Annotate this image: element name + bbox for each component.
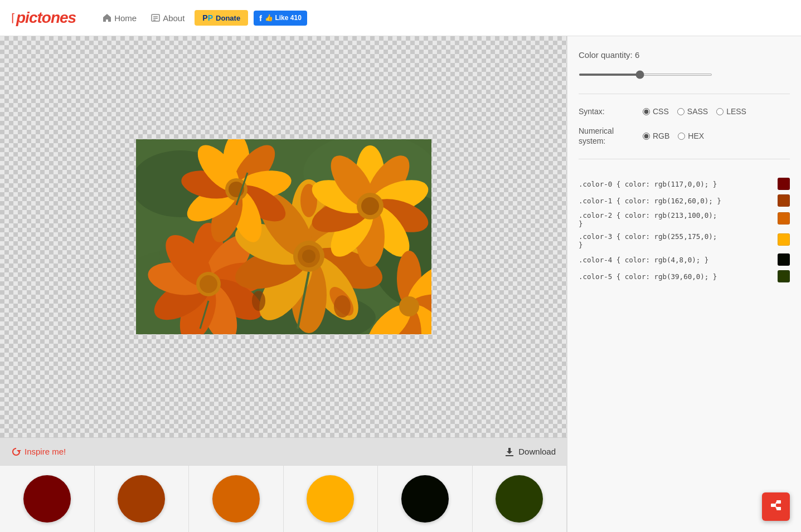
paypal-icon: PP — [202, 13, 213, 22]
nav-about[interactable]: About — [147, 11, 189, 26]
share-icon — [770, 499, 782, 511]
svg-point-59 — [361, 197, 379, 215]
share-button[interactable] — [762, 492, 790, 521]
download-icon — [504, 446, 515, 457]
svg-point-66 — [399, 296, 419, 316]
canvas-area: Inspire me! Download — [0, 36, 567, 532]
divider-1 — [579, 94, 790, 94]
color-code-1: .color-1 { color: rgb(162,60,0); } — [579, 197, 772, 205]
swatch-circle-0 — [23, 475, 71, 523]
color-swatch-0 — [778, 178, 790, 190]
color-swatch-4 — [778, 253, 790, 266]
logo-text: pictones — [16, 9, 76, 27]
facebook-icon: f — [259, 13, 262, 23]
swatch-circle-4 — [401, 475, 449, 523]
syntax-css-option[interactable]: CSS — [643, 107, 669, 116]
syntax-radio-group: CSS SASS LESS — [643, 107, 746, 116]
nav-home[interactable]: Home — [98, 11, 141, 26]
right-panel: Color quantity: 6 Syntax: CSS SASS — [567, 36, 801, 532]
color-entries: .color-0 { color: rgb(117,0,0); } .color… — [579, 178, 790, 282]
swatch-item-4[interactable] — [378, 466, 473, 532]
slider-container — [579, 65, 790, 81]
syntax-less-option[interactable]: LESS — [716, 107, 746, 116]
header: ⌈ pictones Home About PP Donate f — [0, 0, 801, 36]
flower-image — [136, 139, 431, 334]
numerical-section: Numericalsystem: RGB HEX — [579, 126, 790, 146]
swatch-circle-5 — [496, 475, 543, 523]
main-layout: Inspire me! Download — [0, 36, 801, 532]
swatch-item-5[interactable] — [473, 466, 567, 532]
color-swatch-1 — [778, 194, 790, 207]
color-code-0: .color-0 { color: rgb(117,0,0); } — [579, 180, 772, 188]
color-quantity-label: Color quantity: 6 — [579, 50, 790, 60]
refresh-icon — [11, 447, 21, 457]
svg-point-68 — [252, 291, 265, 311]
svg-rect-72 — [506, 455, 513, 456]
color-swatch-5 — [778, 270, 790, 282]
color-entry-0[interactable]: .color-0 { color: rgb(117,0,0); } — [579, 178, 790, 190]
syntax-section: Syntax: CSS SASS LESS — [579, 107, 790, 116]
swatch-item-1[interactable] — [95, 466, 190, 532]
color-entry-5[interactable]: .color-5 { color: rgb(39,60,0); } — [579, 270, 790, 282]
color-quantity-slider[interactable] — [579, 74, 712, 76]
svg-line-77 — [775, 505, 776, 509]
syntax-css-radio[interactable] — [643, 108, 650, 115]
color-swatch-3 — [778, 233, 790, 246]
color-entry-1[interactable]: .color-1 { color: rgb(162,60,0); } — [579, 194, 790, 207]
inspire-button[interactable]: Inspire me! — [11, 447, 66, 457]
color-entry-3[interactable]: .color-3 { color: rgb(255,175,0);} — [579, 232, 790, 249]
logo: ⌈ pictones — [11, 9, 76, 27]
syntax-sass-radio[interactable] — [677, 108, 685, 115]
home-icon — [103, 13, 111, 22]
svg-rect-74 — [776, 500, 781, 504]
color-entry-2[interactable]: .color-2 { color: rgb(213,100,0);} — [579, 211, 790, 228]
swatch-item-0[interactable] — [0, 466, 95, 532]
syntax-sass-option[interactable]: SASS — [677, 107, 708, 116]
swatches-strip — [0, 465, 567, 532]
about-icon — [151, 13, 160, 22]
color-entry-4[interactable]: .color-4 { color: rgb(4,8,0); } — [579, 253, 790, 266]
numerical-rgb-option[interactable]: RGB — [643, 131, 669, 140]
swatch-circle-2 — [212, 475, 260, 523]
paypal-donate-button[interactable]: PP Donate — [195, 10, 248, 26]
swatch-circle-1 — [118, 475, 165, 523]
divider-2 — [579, 159, 790, 159]
svg-rect-73 — [771, 504, 775, 507]
color-code-5: .color-5 { color: rgb(39,60,0); } — [579, 272, 772, 281]
logo-bracket-left: ⌈ — [11, 11, 15, 25]
swatch-circle-3 — [307, 475, 354, 523]
download-button[interactable]: Download — [504, 446, 556, 457]
bottom-toolbar: Inspire me! Download — [0, 437, 567, 465]
color-code-3: .color-3 { color: rgb(255,175,0);} — [579, 232, 772, 249]
syntax-less-radio[interactable] — [716, 108, 724, 115]
color-swatch-2 — [778, 212, 790, 224]
facebook-like-button[interactable]: f 👍 Like 410 — [254, 11, 307, 26]
swatch-item-2[interactable] — [189, 466, 284, 532]
swatch-item-3[interactable] — [284, 466, 378, 532]
color-code-4: .color-4 { color: rgb(4,8,0); } — [579, 256, 772, 264]
numerical-radio-group: RGB HEX — [643, 131, 704, 140]
numerical-label: Numericalsystem: — [579, 126, 634, 146]
svg-line-76 — [775, 502, 776, 505]
nav: Home About PP Donate f 👍 Like 410 — [98, 10, 307, 26]
numerical-rgb-radio[interactable] — [643, 133, 650, 140]
syntax-label: Syntax: — [579, 107, 634, 116]
svg-point-20 — [200, 275, 217, 293]
checkerboard-bg — [0, 36, 567, 437]
numerical-hex-option[interactable]: HEX — [678, 131, 704, 140]
svg-point-36 — [302, 250, 315, 263]
color-code-2: .color-2 { color: rgb(213,100,0);} — [579, 211, 772, 228]
image-container — [0, 36, 567, 437]
svg-rect-75 — [776, 507, 781, 510]
numerical-hex-radio[interactable] — [678, 133, 685, 140]
svg-point-67 — [334, 295, 351, 318]
color-quantity-section: Color quantity: 6 — [579, 50, 790, 81]
